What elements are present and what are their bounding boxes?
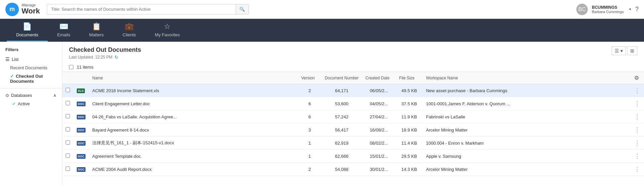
sidebar-item-checked-out-documents[interactable]: ✓Checked Out Documents <box>0 72 62 85</box>
search-button[interactable]: 🔍 <box>236 4 248 14</box>
user-dropdown-caret[interactable]: ▾ <box>629 7 631 11</box>
databases-collapse-icon[interactable]: ∧ <box>53 93 57 98</box>
nav-item-my-favorites[interactable]: ☆My Favorites <box>145 19 189 42</box>
row-menu-icon[interactable]: ⋮ <box>634 126 641 133</box>
main-layout: Filters ☰ List Recent Documents ✓Checked… <box>0 42 644 185</box>
items-count-row: 11 items <box>62 63 644 72</box>
help-button[interactable]: ? <box>635 6 639 13</box>
row-name[interactable]: Agreement Template.doc <box>89 150 298 163</box>
row-checkbox[interactable] <box>66 140 70 145</box>
sidebar-list-section[interactable]: ☰ List <box>0 55 62 64</box>
th-workspace[interactable]: Workspace Name <box>422 72 631 84</box>
row-menu-icon[interactable]: ⋮ <box>634 153 641 159</box>
row-icon-cell: DOC <box>73 150 89 163</box>
content-area: Checked Out Documents Last Updated 12:25… <box>62 42 644 185</box>
doc-icon: DOC <box>77 141 86 146</box>
row-checkbox[interactable] <box>66 88 70 92</box>
th-icon <box>73 72 89 84</box>
th-name[interactable]: Name <box>89 72 298 84</box>
th-check <box>62 72 73 84</box>
documents-nav-icon: 📄 <box>23 22 32 31</box>
row-actions: ⋮ <box>631 110 644 123</box>
doc-icon: DOC <box>77 102 86 106</box>
row-filesize: 14.3 KB <box>396 163 422 176</box>
sidebar-divider <box>0 88 62 88</box>
row-name[interactable]: ACME 2004 Audit Report.docx <box>89 163 298 176</box>
row-name[interactable]: Client Engagement Letter.doc <box>89 97 298 110</box>
row-name[interactable]: Bayard Agreement 8-14.docx <box>89 123 298 137</box>
sidebar-list-label: List <box>12 57 19 62</box>
checked-out-label: Checked Out Documents <box>10 74 43 84</box>
table-settings-icon[interactable]: ⚙ <box>634 75 639 81</box>
sidebar-db-item-active[interactable]: ✓Active <box>0 100 62 108</box>
row-docnum: 57,242 <box>321 110 362 123</box>
row-filesize: 37.5 KB <box>396 97 422 110</box>
detail-view-button[interactable]: ⊞ <box>627 46 637 55</box>
row-created: 15/01/2... <box>362 150 396 163</box>
row-version: 6 <box>298 97 321 110</box>
emails-nav-label: Emails <box>57 32 70 37</box>
row-created: 04/05/2... <box>362 97 396 110</box>
top-bar: m iManage Work 🔍 BC BCUMMINGS Barbara Cu… <box>0 0 644 19</box>
row-name[interactable]: ACME 2018 Income Statement.xls <box>89 84 298 97</box>
row-actions: ⋮ <box>631 137 644 150</box>
row-name[interactable]: 04-26_Fabs vs LaSalle. Acquisition Agree… <box>89 110 298 123</box>
select-all-checkbox[interactable] <box>69 65 73 69</box>
row-filesize: 18.9 KB <box>396 123 422 137</box>
list-view-button[interactable]: ☰ ▾ <box>612 46 626 55</box>
row-checkbox-cell <box>62 110 73 123</box>
nav-item-emails[interactable]: ✉️Emails <box>48 19 80 42</box>
th-created[interactable]: Created Date <box>362 72 396 84</box>
databases-label: Databases <box>11 93 32 98</box>
row-filesize: 49.5 KB <box>396 84 422 97</box>
nav-bar: 📄Documents✉️Emails📋Matters💼Clients☆My Fa… <box>0 19 644 42</box>
th-docnum[interactable]: Document Number <box>321 72 362 84</box>
row-checkbox[interactable] <box>66 166 70 171</box>
row-menu-icon[interactable]: ⋮ <box>634 100 641 107</box>
row-version: 6 <box>298 110 321 123</box>
row-docnum: 64,171 <box>321 84 362 97</box>
search-input[interactable] <box>47 4 236 14</box>
row-workspace: Arcelor Mining Matter <box>422 123 631 137</box>
refresh-icon[interactable]: ↻ <box>114 54 118 60</box>
search-bar: 🔍 <box>47 4 249 14</box>
row-checkbox-cell <box>62 97 73 110</box>
items-count: 11 items <box>77 65 93 70</box>
row-checkbox[interactable] <box>66 127 70 132</box>
th-filesize[interactable]: File Size <box>396 72 422 84</box>
doc-icon: DOC <box>77 128 86 133</box>
row-icon-cell: XLS <box>73 84 89 97</box>
view-controls: ☰ ▾ ⊞ <box>612 46 637 55</box>
row-checkbox-cell <box>62 123 73 137</box>
row-workspace: Arcelor Mining Matter <box>422 163 631 176</box>
row-checkbox-cell <box>62 163 73 176</box>
databases-left: ⊙ Databases <box>5 93 32 98</box>
row-version: 2 <box>298 84 321 97</box>
row-created: 08/02/2... <box>362 137 396 150</box>
row-menu-icon[interactable]: ⋮ <box>634 87 641 94</box>
row-menu-icon[interactable]: ⋮ <box>634 140 641 146</box>
row-checkbox-cell <box>62 84 73 97</box>
checked-out-checkmark: ✓ <box>10 74 14 79</box>
my-favorites-nav-label: My Favorites <box>155 32 180 37</box>
nav-item-matters[interactable]: 📋Matters <box>80 19 113 42</box>
logo: m iManage Work <box>5 3 40 16</box>
row-name[interactable]: 法律意见书_161_1 - 副本-152415-v1.docx <box>89 137 298 150</box>
recent-documents-label: Recent Documents <box>10 65 47 70</box>
row-checkbox[interactable] <box>66 101 70 105</box>
row-created: 06/05/2... <box>362 84 396 97</box>
documents-table: Name Version Document Number Created Dat… <box>62 72 644 176</box>
row-filesize: 29.5 KB <box>396 150 422 163</box>
nav-item-clients[interactable]: 💼Clients <box>113 19 145 42</box>
row-checkbox[interactable] <box>66 153 70 158</box>
table-row: DOC ACME 2004 Audit Report.docx 2 54,088… <box>62 163 644 176</box>
row-menu-icon[interactable]: ⋮ <box>634 166 641 173</box>
nav-item-documents[interactable]: 📄Documents <box>7 19 48 42</box>
row-checkbox[interactable] <box>66 114 70 118</box>
row-icon-cell: DOC <box>73 137 89 150</box>
th-version[interactable]: Version <box>298 72 321 84</box>
sidebar-databases-section[interactable]: ⊙ Databases ∧ <box>0 91 62 100</box>
row-menu-icon[interactable]: ⋮ <box>634 113 641 120</box>
sidebar-item-recent-documents[interactable]: Recent Documents <box>0 64 62 72</box>
table-header-row: Name Version Document Number Created Dat… <box>62 72 644 84</box>
